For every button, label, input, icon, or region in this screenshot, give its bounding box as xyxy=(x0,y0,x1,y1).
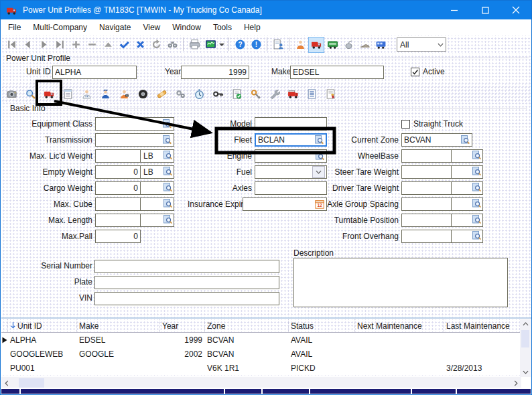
stopwatch-icon[interactable] xyxy=(191,86,207,102)
mouse-icon[interactable] xyxy=(340,37,356,53)
empty-weight-lookup-icon[interactable] xyxy=(163,167,172,178)
plate-field[interactable] xyxy=(94,276,279,289)
wheelbase-field[interactable] xyxy=(401,149,452,163)
current-zone-field[interactable]: BCVAN xyxy=(401,133,472,147)
camera-icon[interactable] xyxy=(3,86,19,102)
turntable-position-field[interactable] xyxy=(401,214,452,227)
vin-field[interactable] xyxy=(94,292,279,305)
max-lic-d-weight-unit-cell[interactable]: LB xyxy=(141,149,174,163)
filter-combobox[interactable]: All xyxy=(397,37,446,52)
scroll-down-button[interactable] xyxy=(520,368,531,377)
grid-column-header-next-maintenance[interactable]: Next Maintenance xyxy=(355,319,444,332)
about-icon[interactable]: ! xyxy=(248,37,264,53)
officer-icon[interactable] xyxy=(97,86,113,102)
max-cube-lookup-icon[interactable] xyxy=(163,199,172,210)
key-icon[interactable] xyxy=(210,86,226,102)
search-icon[interactable] xyxy=(22,86,38,102)
accept-icon[interactable] xyxy=(116,37,132,53)
front-overhang-lookup-icon[interactable] xyxy=(472,231,481,242)
grid-row-alpha[interactable]: ALPHAEDSEL1999BCVANAVAIL xyxy=(1,333,522,347)
menu-file[interactable]: File xyxy=(2,19,27,35)
first-record-icon[interactable] xyxy=(3,37,19,53)
grid-vertical-scrollbar[interactable] xyxy=(520,319,531,377)
axle-group-spacing-lookup-icon[interactable] xyxy=(472,199,481,210)
profile-doc-icon[interactable] xyxy=(270,37,286,53)
monitor-icon[interactable] xyxy=(202,37,218,53)
steer-tare-weight-field[interactable] xyxy=(401,165,452,179)
fleet-truck-icon[interactable] xyxy=(41,86,57,102)
dropdown-caret-icon[interactable] xyxy=(219,42,226,48)
tire-icon[interactable] xyxy=(135,86,151,102)
steer-tare-weight-lookup-icon[interactable] xyxy=(472,167,481,178)
engine-lookup-icon[interactable] xyxy=(316,151,324,161)
max-pall-field[interactable]: 0 xyxy=(95,230,141,243)
menu-multi-company[interactable]: Multi-Company xyxy=(27,19,93,35)
grid-column-header-make[interactable]: Make xyxy=(77,319,160,332)
menu-help[interactable]: Help xyxy=(238,19,267,35)
max-length-unit-cell[interactable] xyxy=(141,214,174,227)
fuel-field[interactable] xyxy=(255,165,327,179)
list-icon[interactable] xyxy=(304,86,320,102)
grid-column-header-zone[interactable]: Zone xyxy=(205,319,289,332)
scroll-left-button[interactable] xyxy=(1,378,12,388)
year-field[interactable]: 1999 xyxy=(181,66,249,79)
transmission-field[interactable] xyxy=(95,133,174,147)
photographer-icon[interactable] xyxy=(116,86,132,102)
model-field[interactable] xyxy=(255,117,327,131)
grid-column-header-year[interactable]: Year xyxy=(160,319,205,332)
steer-tare-weight-unit-cell[interactable] xyxy=(452,165,483,179)
transmission-lookup-icon[interactable] xyxy=(163,135,172,145)
prev-record-icon[interactable] xyxy=(19,37,36,53)
horizontal-scroll-thumb[interactable] xyxy=(19,378,44,388)
cargo-weight-lookup-icon[interactable] xyxy=(163,183,172,194)
front-overhang-unit-cell[interactable] xyxy=(452,230,483,243)
cancel-icon[interactable] xyxy=(132,37,148,53)
vertical-scroll-thumb[interactable] xyxy=(521,330,529,347)
fuel-dropdown-icon[interactable] xyxy=(312,166,325,178)
engine-field[interactable] xyxy=(255,149,327,163)
equipment-class-lookup-icon[interactable] xyxy=(163,119,172,129)
wheelbase-unit-cell[interactable] xyxy=(452,149,483,163)
axle-group-spacing-unit-cell[interactable] xyxy=(452,198,483,211)
keyring-icon[interactable] xyxy=(247,86,263,102)
shoe-icon[interactable] xyxy=(356,37,373,53)
grid-splitter[interactable] xyxy=(1,317,532,319)
max-lic-d-weight-field[interactable] xyxy=(95,149,141,163)
print-icon[interactable] xyxy=(186,37,202,53)
fleet-field[interactable]: BCLAN xyxy=(255,133,327,147)
bus-icon[interactable] xyxy=(373,37,389,53)
doc-check-icon[interactable] xyxy=(228,86,245,102)
menu-window[interactable]: Window xyxy=(166,19,207,35)
insurance-expires-calendar-icon[interactable]: 12 xyxy=(315,200,324,209)
cargo-weight-unit-cell[interactable] xyxy=(141,181,174,195)
grid-column-header-last-maintenance[interactable]: Last Maintenance xyxy=(444,319,522,332)
driver-tare-weight-field[interactable] xyxy=(401,181,452,195)
turntable-position-unit-cell[interactable] xyxy=(452,214,483,227)
insurance-expires-field[interactable]: 12 xyxy=(243,198,327,211)
minimize-button[interactable] xyxy=(439,1,470,19)
max-length-field[interactable] xyxy=(95,214,141,227)
trailer-icon[interactable] xyxy=(324,37,340,53)
equipment-class-field[interactable] xyxy=(95,117,174,131)
power-unit-icon[interactable] xyxy=(308,37,324,53)
serial-number-field[interactable] xyxy=(94,260,279,273)
notes-icon[interactable] xyxy=(60,86,76,102)
unit-id-field[interactable]: ALPHA xyxy=(52,66,137,79)
wheelbase-lookup-icon[interactable] xyxy=(472,151,481,162)
max-lic-d-weight-lookup-icon[interactable] xyxy=(163,151,172,162)
driver-tare-weight-unit-cell[interactable] xyxy=(452,181,483,195)
last-record-icon[interactable] xyxy=(52,37,68,53)
grid-row-googleweb[interactable]: GOOGLEWEBGOOGLE2002BCVANAVAIL xyxy=(1,347,522,361)
grid-row-pu001[interactable]: PU001V6K 1R1PICKD3/28/2013 xyxy=(1,361,522,375)
grid-column-header-unit-id[interactable]: Unit ID xyxy=(8,319,77,332)
straight-truck-checkbox[interactable] xyxy=(401,120,410,129)
empty-weight-field[interactable]: 0 xyxy=(95,165,141,179)
wrench-icon[interactable] xyxy=(266,86,282,102)
doctor-icon[interactable] xyxy=(78,86,94,102)
max-cube-unit-cell[interactable] xyxy=(141,198,174,211)
scroll-up-button[interactable] xyxy=(520,319,531,329)
cargo-weight-field[interactable]: 0 xyxy=(95,181,141,195)
collapse-icon[interactable] xyxy=(100,37,116,53)
active-checkbox[interactable] xyxy=(411,68,419,76)
gears-icon[interactable] xyxy=(172,86,188,102)
